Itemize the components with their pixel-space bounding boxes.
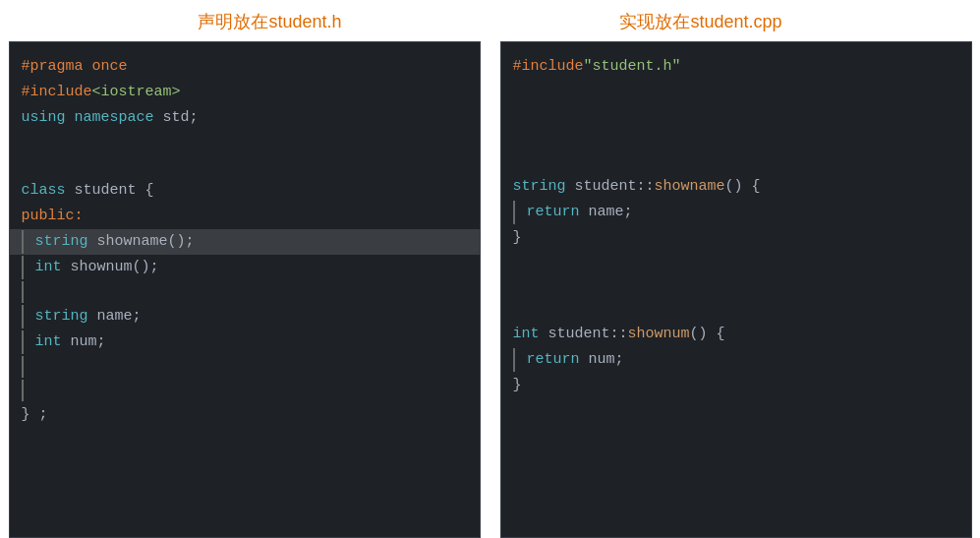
code-token: int xyxy=(35,330,62,354)
code-token: showname(); xyxy=(88,230,195,254)
code-token: shownum(); xyxy=(62,256,159,279)
code-line: class student { xyxy=(10,178,480,204)
code-line: return name; xyxy=(501,200,971,225)
code-token: int xyxy=(513,323,540,346)
code-token: student:: xyxy=(540,323,628,346)
code-token: std; xyxy=(154,106,199,130)
code-token: #pragma once xyxy=(22,55,128,79)
code-token: } xyxy=(513,226,522,250)
code-token: } xyxy=(513,374,522,397)
code-line xyxy=(501,150,971,174)
code-line: #pragma once xyxy=(10,54,480,80)
code-line xyxy=(10,379,480,402)
code-token: class xyxy=(22,179,66,203)
code-line xyxy=(10,131,480,154)
code-token: string xyxy=(35,305,88,329)
code-line: return num; xyxy=(501,347,971,373)
code-token: string xyxy=(513,175,566,199)
code-token: int xyxy=(35,256,62,279)
code-line xyxy=(501,251,971,274)
code-token: using namespace xyxy=(22,106,154,130)
code-token: num; xyxy=(580,348,624,372)
labels-row: 声明放在student.h 实现放在student.cpp xyxy=(0,0,980,41)
gutter-bar xyxy=(22,356,26,378)
code-line: } xyxy=(501,225,971,251)
code-line: #include<iostream> xyxy=(10,80,480,105)
gutter-bar xyxy=(22,281,26,303)
code-token: return xyxy=(527,348,580,372)
code-line xyxy=(10,154,480,178)
code-token: name; xyxy=(580,201,633,224)
code-token: showname xyxy=(655,175,725,199)
code-token: () { xyxy=(725,175,761,199)
code-line: #include"student.h" xyxy=(501,54,971,80)
code-token: "student.h" xyxy=(584,55,681,79)
code-line xyxy=(501,80,971,103)
code-line xyxy=(10,280,480,304)
code-line: using namespace std; xyxy=(10,105,480,131)
code-line: string name; xyxy=(10,304,480,329)
left-code-panel: #pragma once #include<iostream> using na… xyxy=(9,41,481,538)
code-line: string student::showname() { xyxy=(501,174,971,200)
code-line xyxy=(501,298,971,322)
gutter-bar xyxy=(22,330,26,354)
code-token: num; xyxy=(62,330,106,354)
code-token: public: xyxy=(22,205,84,228)
code-token: #include xyxy=(22,81,92,104)
panels-container: #pragma once #include<iostream> using na… xyxy=(9,41,972,538)
right-code-panel: #include"student.h" string student::show… xyxy=(500,41,972,538)
right-label: 实现放在student.cpp xyxy=(619,10,781,33)
code-line: int student::shownum() { xyxy=(501,322,971,347)
code-line xyxy=(501,274,971,298)
code-token: <iostream> xyxy=(92,81,181,104)
code-token: name; xyxy=(88,305,142,329)
code-token: () { xyxy=(690,323,725,346)
code-token: return xyxy=(527,201,580,224)
gutter-bar xyxy=(22,305,26,329)
code-line: int shownum(); xyxy=(10,255,480,280)
gutter-bar xyxy=(22,380,26,401)
code-line: string showname(); xyxy=(10,229,480,255)
code-line xyxy=(501,103,971,127)
code-token: } ; xyxy=(22,403,48,427)
gutter-bar xyxy=(513,201,517,224)
code-line: public: xyxy=(10,204,480,229)
code-token: student { xyxy=(66,179,154,203)
gutter-bar xyxy=(513,348,517,372)
code-line: } xyxy=(501,373,971,398)
left-label: 声明放在student.h xyxy=(198,10,341,33)
gutter-bar xyxy=(22,230,26,254)
code-line: } ; xyxy=(10,402,480,428)
code-token: string xyxy=(35,230,88,254)
code-token: student:: xyxy=(566,175,655,199)
code-line xyxy=(501,127,971,150)
code-token: shownum xyxy=(628,323,690,346)
code-line: int num; xyxy=(10,329,480,355)
gutter-bar xyxy=(22,256,26,279)
code-line xyxy=(10,355,480,379)
code-token: #include xyxy=(513,55,584,79)
